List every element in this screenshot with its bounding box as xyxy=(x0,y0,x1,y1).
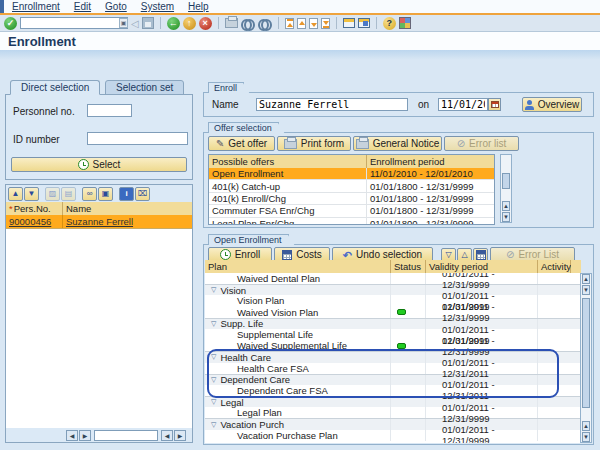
scroll-down-icon[interactable]: ▼ xyxy=(502,212,510,222)
copy-list-button[interactable]: ▣ xyxy=(98,187,113,201)
general-notice-button[interactable]: General Notice xyxy=(353,136,442,151)
scroll-up-icon[interactable]: ▲ xyxy=(582,421,590,431)
tree-collapse-icon[interactable]: ▽ xyxy=(211,421,216,429)
id-number-input[interactable] xyxy=(87,132,188,145)
scroll-down-icon[interactable]: ▼ xyxy=(582,432,590,442)
activity-cell xyxy=(538,363,571,374)
offer-row[interactable]: Commuter FSA Enr/Chg01/01/1800 - 12/31/9… xyxy=(209,205,494,217)
overview-button[interactable]: Overview xyxy=(522,97,582,112)
tab-direct-selection[interactable]: Direct selection xyxy=(10,80,100,95)
scrollbar-track[interactable] xyxy=(94,430,158,441)
next-page-icon[interactable] xyxy=(309,18,318,29)
menu-item-system[interactable]: System xyxy=(141,1,174,12)
information-button[interactable]: i xyxy=(119,187,134,201)
offer-row[interactable]: 401(k) Catch-up01/01/1800 - 12/31/9999 xyxy=(209,180,494,192)
offer-vertical-scrollbar[interactable]: ▲ ▼ xyxy=(500,154,512,223)
offer-rows: Open Enrollment11/01/2010 - 12/01/201040… xyxy=(209,168,494,224)
print-form-button[interactable]: Print form xyxy=(277,136,351,151)
offer-period-cell: 11/01/2010 - 12/01/2010 xyxy=(367,168,494,179)
personnel-list-panel: ▲▼▨▤∞▣i⌧ *Pers.No. Name 90000456Suzanne … xyxy=(5,184,193,443)
tree-collapse-icon[interactable]: ▽ xyxy=(211,286,216,294)
scroll-left-icon[interactable]: ◀ xyxy=(161,430,173,441)
select-button[interactable]: Select xyxy=(11,157,187,172)
help-icon[interactable]: ? xyxy=(383,17,396,30)
scroll-right-icon[interactable]: ▶ xyxy=(79,430,91,441)
status-cell xyxy=(391,430,426,441)
print-icon[interactable] xyxy=(225,18,238,28)
name-input[interactable] xyxy=(256,98,408,111)
delete-button[interactable]: ⌧ xyxy=(135,187,150,201)
first-page-icon[interactable] xyxy=(285,18,294,29)
customize-layout-icon[interactable] xyxy=(399,17,411,29)
horizontal-scrollbar: ◀ ▶ ◀ ▶ xyxy=(6,428,192,442)
back-icon[interactable]: ← xyxy=(167,17,180,30)
command-dropdown-icon[interactable]: ▣ xyxy=(119,18,128,28)
plan-row[interactable]: Legal Plan01/01/2011 - 12/31/9999 xyxy=(205,407,582,418)
direct-selection-panel: Personnel no. ID number Select xyxy=(5,94,193,180)
find-next-icon[interactable] xyxy=(258,19,272,28)
date-input[interactable] xyxy=(438,98,488,111)
set-filter-button: ▨ xyxy=(45,187,60,201)
personnel-no-input[interactable] xyxy=(87,104,132,117)
plan-row[interactable]: Waived Vision Plan01/01/2011 - 12/31/999… xyxy=(205,307,582,318)
save-icon[interactable] xyxy=(142,17,154,29)
menu-item-goto[interactable]: Goto xyxy=(105,1,127,12)
exit-icon[interactable]: ↑ xyxy=(183,17,196,30)
plan-cell: Waived Supplemental Life xyxy=(205,340,391,351)
plan-cell: ▽Vacation Purch xyxy=(205,419,391,429)
scroll-down-icon[interactable]: ▼ xyxy=(582,285,590,295)
plan-row[interactable]: Waived Dental Plan01/01/2011 - 12/31/999… xyxy=(205,273,582,284)
sort-ascending-button[interactable]: ▲ xyxy=(8,187,23,201)
enter-arrow-icon[interactable]: ◁ xyxy=(131,18,139,29)
col-spacer xyxy=(571,260,581,273)
menu-item-enrollment[interactable]: Enrollment xyxy=(12,1,60,12)
plan-row[interactable]: Vacation Purchase Plan01/01/2011 - 12/31… xyxy=(205,430,582,441)
plan-cell: ▽Vision xyxy=(205,285,391,295)
menu-item-edit[interactable]: Edit xyxy=(74,1,91,12)
scroll-right-icon[interactable]: ▶ xyxy=(174,430,186,441)
table-row[interactable]: 90000456Suzanne Ferrell xyxy=(6,215,192,228)
cancel-icon[interactable]: × xyxy=(199,17,212,30)
plan-row[interactable]: Dependent Care FSA01/01/2011 - 12/31/201… xyxy=(205,385,582,396)
menu-item-help[interactable]: Help xyxy=(188,1,209,12)
plan-vertical-scrollbar[interactable]: ▲ ▼ ▲ ▼ xyxy=(580,273,592,443)
tree-collapse-icon[interactable]: ▽ xyxy=(211,398,216,406)
plan-label: Dependent Care xyxy=(220,374,290,385)
table-view-icon xyxy=(476,250,486,260)
plan-row[interactable]: Health Care FSA01/01/2011 - 12/31/2011 xyxy=(205,363,582,374)
col-plan: Plan xyxy=(205,260,391,273)
open-enrollment-title: Open Enrollment xyxy=(208,234,289,245)
pers-no-link[interactable]: 90000456 xyxy=(9,216,51,227)
scrollbar-thumb[interactable] xyxy=(502,173,510,189)
calendar-icon[interactable] xyxy=(488,98,501,111)
name-link[interactable]: Suzanne Ferrell xyxy=(66,216,133,227)
sort-descending-button[interactable]: ▼ xyxy=(24,187,39,201)
scroll-up-icon[interactable]: ▲ xyxy=(582,274,590,284)
clock-icon xyxy=(78,159,89,170)
validity-cell: 01/01/2011 - 12/31/9999 xyxy=(426,340,538,351)
last-page-icon[interactable] xyxy=(321,18,330,29)
display-overview-button[interactable]: ∞ xyxy=(82,187,97,201)
plan-row[interactable]: Waived Supplemental Life01/01/2011 - 12/… xyxy=(205,340,582,351)
get-offer-button[interactable]: ✎Get offer xyxy=(208,136,275,151)
col-status: Status xyxy=(391,260,426,273)
tree-collapse-icon[interactable]: ▽ xyxy=(211,320,216,328)
scrollbar-thumb[interactable] xyxy=(582,298,590,408)
command-field-input[interactable] xyxy=(20,17,128,29)
enroll-section-title: Enroll xyxy=(208,82,244,93)
find-icon[interactable] xyxy=(241,19,255,28)
scroll-left-icon[interactable]: ◀ xyxy=(66,430,78,441)
create-shortcut-icon[interactable] xyxy=(358,18,370,28)
previous-page-icon[interactable] xyxy=(297,18,306,29)
tab-selection-set[interactable]: Selection set xyxy=(105,80,184,95)
offer-row[interactable]: Open Enrollment11/01/2010 - 12/01/2010 xyxy=(209,168,494,180)
scroll-up-icon[interactable]: ▲ xyxy=(502,201,510,211)
offer-row[interactable]: Legal Plan Enr/Chg01/01/1800 - 12/31/999… xyxy=(209,218,494,224)
tree-collapse-icon[interactable]: ▽ xyxy=(211,353,216,361)
error-list-button[interactable]: ⊘Error list xyxy=(444,136,519,151)
enter-icon[interactable]: ✓ xyxy=(4,17,17,30)
tree-collapse-icon[interactable]: ▽ xyxy=(211,376,216,384)
new-session-icon[interactable] xyxy=(343,18,355,28)
offer-row[interactable]: 401(k) Enroll/Chg01/01/1800 - 12/31/9999 xyxy=(209,193,494,205)
offer-period-cell: 01/01/1800 - 12/31/9999 xyxy=(367,193,494,204)
